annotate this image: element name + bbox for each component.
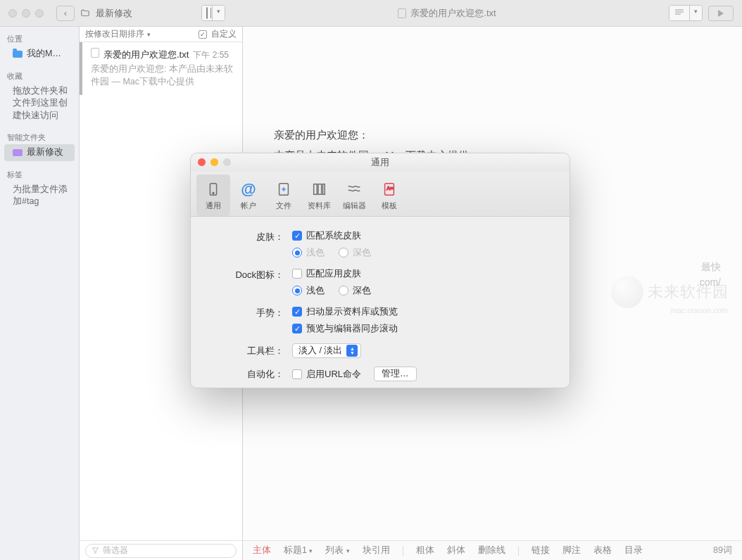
tb-list[interactable]: 列表 ▾ [325,545,349,556]
opt-label: 预览与编辑器同步滚动 [306,322,398,335]
svg-rect-10 [318,184,322,194]
layout-icon[interactable] [202,6,212,20]
label-automation: 自动化： [209,367,292,381]
sidebar-tags-hint: 为批量文件添加#tag [0,182,79,210]
sidebar-item-my-mac[interactable]: 我的M… [0,46,79,63]
layout-chevron-icon[interactable]: ▾ [212,6,225,20]
row-toolbar: 工具栏： 淡入 / 淡出 ▲▼ [209,343,551,358]
window-controls [8,9,44,18]
tab-label: 通用 [206,201,221,211]
checkbox-icon: ✓ [292,307,302,317]
separator [403,546,403,556]
folder-icon [80,8,90,18]
smart-folder-icon [13,149,23,156]
back-button[interactable]: ‹ [56,6,75,21]
play-button[interactable] [708,6,734,21]
library-icon [310,180,328,198]
file-list-header: 按修改日期排序 ▾ ✓ 自定义 [80,27,242,42]
auto-checkbox[interactable] [292,369,302,379]
select-arrow-icon: ▲▼ [346,345,358,357]
radio-dark[interactable] [339,248,348,257]
sidebar-head-smart: 智能文件夹 [0,129,79,144]
tab-account[interactable]: @ 帐户 [232,174,265,216]
skin-match-system[interactable]: ✓ 匹配系统皮肤 [292,229,551,242]
traffic-min[interactable] [22,9,30,18]
prefs-titlebar: 通用 [191,153,570,172]
label-toolbar: 工具栏： [209,343,292,357]
opt-label: 启用URL命令 [306,368,361,381]
radio-light[interactable] [292,286,302,295]
tb-strike[interactable]: 删除线 [478,545,505,556]
sort-control[interactable]: 按修改日期排序 ▾ [85,28,194,40]
row-skin: 皮肤： ✓ 匹配系统皮肤 浅色 深色 [209,229,551,259]
gesture-opt2[interactable]: ✓ 预览与编辑器同步滚动 [292,322,551,335]
filter-input[interactable]: 筛选器 [85,544,237,558]
word-count[interactable]: 89词 [713,545,732,556]
sidebar-fav-text: 拖放文件夹和文件到这里创建快速访问 [13,85,72,122]
toolbar-select[interactable]: 淡入 / 淡出 ▲▼ [292,343,361,358]
tb-toc[interactable]: 目录 [624,545,643,556]
main-titlebar: ‹ 最新修改 ▾ 亲爱的用户欢迎您.txt ▾ [0,0,742,27]
prefs-dialog: 通用 通用 @ 帐户 文件 资料库 编辑器 A= 模板 皮肤： [190,153,570,388]
tb-h1[interactable]: 标题1 ▾ [284,545,313,556]
at-icon: @ [239,180,258,198]
svg-rect-11 [323,184,325,194]
file-row[interactable]: 亲爱的用户欢迎您.txt 下午 2:55 亲爱的用户欢迎您: 本产品由未来软件园… [80,42,242,95]
tab-library[interactable]: 资料库 [302,174,336,216]
file-list-footer: 筛选器 [80,540,242,560]
view-mode-chevron-icon[interactable]: ▾ [689,6,702,20]
checkbox-icon: ✓ [292,231,302,241]
tab-file[interactable]: 文件 [267,174,301,216]
prefs-tabs: 通用 @ 帐户 文件 资料库 编辑器 A= 模板 [191,172,570,217]
opt-label: 匹配系统皮肤 [306,229,361,242]
tab-label: 模板 [382,201,397,211]
watermark: 未来软件园 mac.orsoon.com [611,267,731,317]
tab-general[interactable]: 通用 [196,174,230,216]
file-preview: 亲爱的用户欢迎您: 本产品由未来软件园 — Mac下载中心提供 [91,63,235,88]
file-time: 下午 2:55 [193,49,229,61]
custom-checkbox[interactable]: ✓ [199,30,207,39]
tb-foot[interactable]: 脚注 [562,545,581,556]
tb-main[interactable]: 主体 [253,545,271,556]
dock-match-app[interactable]: 匹配应用皮肤 [292,267,551,280]
radio-light[interactable] [292,248,302,257]
watermark-sub: mac.orsoon.com [671,303,728,318]
svg-point-5 [213,192,214,193]
tb-table[interactable]: 表格 [593,545,612,556]
prefs-body: 皮肤： ✓ 匹配系统皮肤 浅色 深色 Dock图标： [191,217,570,388]
tab-editor[interactable]: 编辑器 [337,174,371,216]
opt-label: 深色 [353,246,371,259]
row-automation: 自动化： 启用URL命令 管理… [209,367,551,381]
tb-bold[interactable]: 粗体 [416,545,434,556]
radio-dark[interactable] [339,286,348,295]
tb-link[interactable]: 链接 [532,545,550,556]
sidebar-item-recent[interactable]: 最新修改 [4,144,75,161]
tb-block[interactable]: 块引用 [363,545,390,556]
watermark-ball-icon [611,276,643,308]
traffic-close[interactable] [8,9,17,18]
gesture-opt1[interactable]: ✓ 扫动显示资料库或预览 [292,305,551,318]
svg-marker-3 [718,10,724,17]
opt-label: 深色 [353,284,371,297]
opt-label: 浅色 [306,246,325,259]
prefs-min[interactable] [210,158,218,166]
prefs-close[interactable] [198,158,206,166]
traffic-max[interactable] [35,9,44,18]
tab-template[interactable]: A= 模板 [372,174,406,216]
prefs-max[interactable] [223,158,231,166]
tb-italic[interactable]: 斜体 [447,545,465,556]
view-mode-segment[interactable]: ▾ [669,5,703,21]
layout-segment[interactable]: ▾ [201,5,225,21]
editor-line-1: 亲爱的用户欢迎您： [274,125,711,146]
select-value: 淡入 / 淡出 [298,345,342,357]
sidebar-item-label: 我的M… [27,48,61,61]
filter-placeholder: 筛选器 [103,545,128,556]
document-icon [398,8,406,18]
manage-button[interactable]: 管理… [374,367,417,381]
waves-icon [345,180,363,198]
view-mode-icon[interactable] [669,6,689,20]
sidebar-head-fav: 收藏 [0,68,79,83]
folder-label: 最新修改 [96,7,132,20]
opt-label: 匹配应用皮肤 [306,267,361,280]
sidebar: 位置 我的M… 收藏 拖放文件夹和文件到这里创建快速访问 智能文件夹 最新修改 … [0,27,80,560]
